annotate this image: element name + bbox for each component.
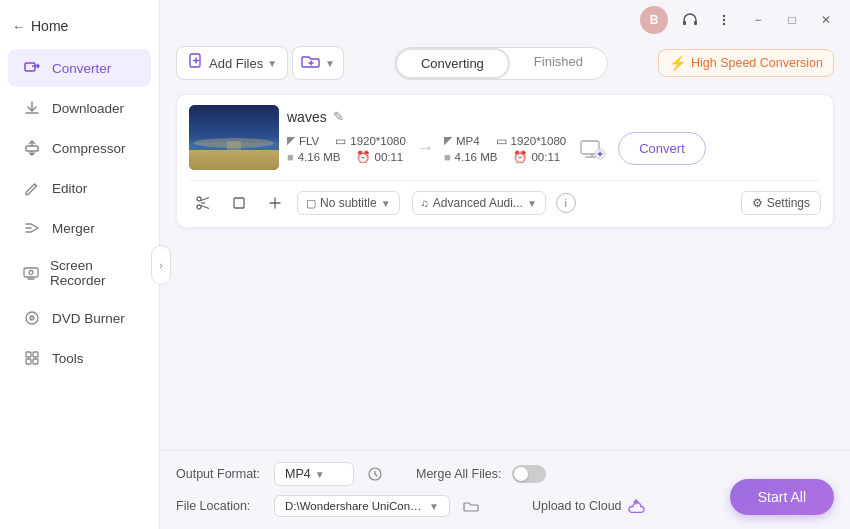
minimize-icon[interactable]: − xyxy=(746,8,770,32)
sidebar-home[interactable]: ← Home xyxy=(0,10,159,48)
svg-rect-5 xyxy=(24,268,38,277)
content-area: waves ✎ ◤ FLV ▭ 1920*1080 xyxy=(160,86,850,450)
svg-rect-13 xyxy=(33,359,38,364)
svg-rect-10 xyxy=(26,352,31,357)
source-file-icon: ◤ xyxy=(287,134,295,147)
sidebar-item-merger-label: Merger xyxy=(52,221,95,236)
dvd-burner-icon xyxy=(22,308,42,328)
svg-rect-2 xyxy=(26,146,38,151)
svg-point-16 xyxy=(723,15,725,17)
audio-chevron: ▼ xyxy=(527,198,537,209)
merge-all-toggle-area: Merge All Files: xyxy=(416,465,546,483)
svg-rect-22 xyxy=(189,155,279,170)
file-card-actions: ▢ No subtitle ▼ ♫ Advanced Audi... ▼ i ⚙… xyxy=(189,180,821,217)
source-duration: 00:11 xyxy=(374,151,403,163)
sidebar-item-tools-label: Tools xyxy=(52,351,84,366)
location-chevron: ▼ xyxy=(429,501,439,512)
source-size: 4.16 MB xyxy=(298,151,341,163)
open-folder-icon[interactable] xyxy=(458,493,484,519)
format-conversion-row: ◤ FLV ▭ 1920*1080 ■ 4.16 MB ⏰ 00:11 xyxy=(287,131,821,167)
file-name: waves xyxy=(287,109,327,125)
svg-point-28 xyxy=(197,205,201,209)
sidebar-item-dvd-burner-label: DVD Burner xyxy=(52,311,125,326)
source-format-block: ◤ FLV ▭ 1920*1080 ■ 4.16 MB ⏰ 00:11 xyxy=(287,134,406,164)
source-resolution: 1920*1080 xyxy=(350,135,406,147)
target-resolution: 1920*1080 xyxy=(511,135,567,147)
crop-icon[interactable] xyxy=(225,189,253,217)
sidebar-item-merger[interactable]: Merger xyxy=(8,209,151,247)
sidebar-item-compressor[interactable]: Compressor xyxy=(8,129,151,167)
output-format-select[interactable]: MP4 ▼ xyxy=(274,462,354,486)
edit-filename-icon[interactable]: ✎ xyxy=(333,109,344,124)
sidebar: ← Home Converter Downloader xyxy=(0,0,160,529)
svg-rect-0 xyxy=(25,63,35,71)
upload-cloud-label: Upload to Cloud xyxy=(532,499,622,513)
add-folder-button[interactable]: ▼ xyxy=(292,46,344,80)
tab-converting[interactable]: Converting xyxy=(395,48,510,79)
bolt-icon: ⚡ xyxy=(669,55,686,71)
scissors-icon[interactable] xyxy=(189,189,217,217)
add-folder-chevron: ▼ xyxy=(325,58,335,69)
file-location-select[interactable]: D:\Wondershare UniConverter 1 ▼ xyxy=(274,495,450,517)
svg-point-9 xyxy=(31,317,33,319)
sidebar-item-tools[interactable]: Tools xyxy=(8,339,151,377)
menu-icon[interactable] xyxy=(712,8,736,32)
file-card: waves ✎ ◤ FLV ▭ 1920*1080 xyxy=(176,94,834,228)
high-speed-label: High Speed Conversion xyxy=(691,56,823,70)
add-files-group: Add Files ▼ ▼ xyxy=(176,46,344,80)
headphone-icon[interactable] xyxy=(678,8,702,32)
target-file-icon: ◤ xyxy=(444,134,452,147)
avatar: B xyxy=(640,6,668,34)
toolbar: Add Files ▼ ▼ Converting Finished ⚡ xyxy=(160,40,850,86)
maximize-icon[interactable]: □ xyxy=(780,8,804,32)
effects-icon[interactable] xyxy=(261,189,289,217)
sidebar-collapse-button[interactable]: › xyxy=(151,245,171,285)
upload-cloud-area[interactable]: Upload to Cloud xyxy=(512,497,646,516)
upload-cloud-icon xyxy=(626,497,646,516)
toggle-knob xyxy=(514,467,528,481)
subtitle-chevron: ▼ xyxy=(381,198,391,209)
back-arrow-icon: ← xyxy=(12,19,25,34)
subtitle-label: No subtitle xyxy=(320,196,377,210)
source-folder-icon: ■ xyxy=(287,151,294,163)
compressor-icon xyxy=(22,138,42,158)
sidebar-item-compressor-label: Compressor xyxy=(52,141,126,156)
output-format-value: MP4 xyxy=(285,467,311,481)
format-settings-icon[interactable] xyxy=(362,461,388,487)
target-size: 4.16 MB xyxy=(455,151,498,163)
merge-all-toggle[interactable] xyxy=(512,465,546,483)
add-files-label: Add Files xyxy=(209,56,263,71)
file-thumbnail xyxy=(189,105,279,170)
subtitle-select[interactable]: ▢ No subtitle ▼ xyxy=(297,191,400,215)
audio-label: Advanced Audi... xyxy=(433,196,523,210)
info-icon[interactable]: i xyxy=(556,193,576,213)
editor-icon xyxy=(22,178,42,198)
sidebar-item-editor[interactable]: Editor xyxy=(8,169,151,207)
settings-button[interactable]: ⚙ Settings xyxy=(741,191,821,215)
sidebar-item-downloader[interactable]: Downloader xyxy=(8,89,151,127)
downloader-icon xyxy=(22,98,42,118)
svg-rect-12 xyxy=(26,359,31,364)
start-all-button[interactable]: Start All xyxy=(730,479,834,515)
sidebar-item-dvd-burner[interactable]: DVD Burner xyxy=(8,299,151,337)
high-speed-conversion[interactable]: ⚡ High Speed Conversion xyxy=(658,49,834,77)
sidebar-item-downloader-label: Downloader xyxy=(52,101,124,116)
audio-select[interactable]: ♫ Advanced Audi... ▼ xyxy=(412,191,546,215)
target-format-block: ◤ MP4 ▭ 1920*1080 ■ 4.16 MB ⏰ 00:11 xyxy=(444,134,566,164)
sidebar-item-converter[interactable]: Converter xyxy=(8,49,151,87)
source-format: FLV xyxy=(299,135,319,147)
converter-icon xyxy=(22,58,42,78)
close-icon[interactable]: ✕ xyxy=(814,8,838,32)
merger-icon xyxy=(22,218,42,238)
svg-rect-11 xyxy=(33,352,38,357)
add-files-button[interactable]: Add Files ▼ xyxy=(176,46,288,80)
target-folder-icon: ■ xyxy=(444,151,451,163)
titlebar: B − □ ✕ xyxy=(160,0,850,40)
add-files-chevron: ▼ xyxy=(267,58,277,69)
sidebar-item-screen-recorder[interactable]: Screen Recorder xyxy=(8,249,151,297)
convert-button[interactable]: Convert xyxy=(618,132,706,165)
tab-finished[interactable]: Finished xyxy=(510,48,607,79)
svg-rect-15 xyxy=(694,21,697,25)
subtitle-icon: ▢ xyxy=(306,197,316,210)
screen-recorder-icon xyxy=(22,263,40,283)
